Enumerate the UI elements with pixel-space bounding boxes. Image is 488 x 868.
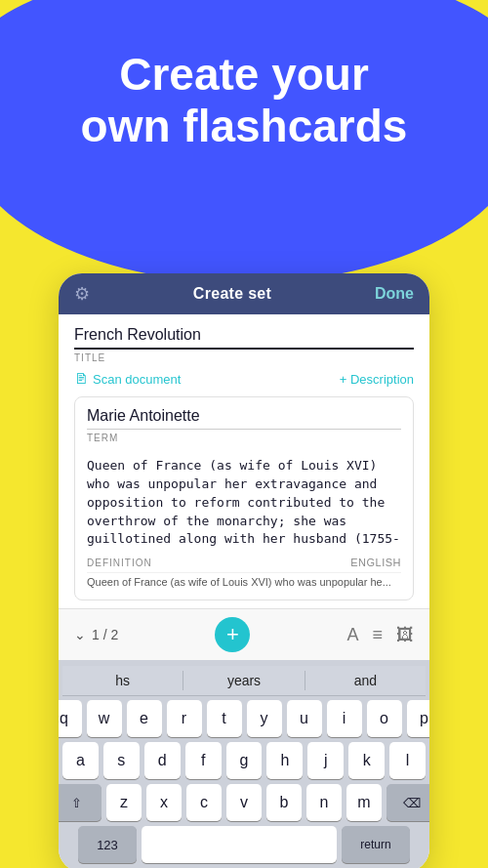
suggestion-years[interactable]: years	[183, 671, 305, 690]
suggestion-hs[interactable]: hs	[62, 671, 183, 690]
hero-text: Create your own flashcards	[0, 29, 488, 152]
suggestion-and[interactable]: and	[305, 671, 426, 690]
keyboard-row-1: q w e r t y u i o p	[62, 700, 426, 737]
word-suggestions-bar: hs years and	[62, 666, 426, 696]
title-input[interactable]	[74, 326, 414, 350]
key-z[interactable]: z	[106, 784, 142, 821]
scan-row: 🖹 Scan document + Description	[74, 371, 414, 387]
done-button[interactable]: Done	[375, 285, 414, 303]
keyboard: hs years and q w e r t y u i o p a s	[59, 660, 429, 868]
key-n[interactable]: n	[306, 784, 342, 821]
term-label: TERM	[87, 433, 401, 443]
key-q[interactable]: q	[59, 700, 82, 737]
flashcard-editor: TERM Queen of France (as wife of Louis X…	[74, 396, 414, 600]
key-a[interactable]: a	[62, 742, 99, 779]
scan-icon: 🖹	[74, 371, 88, 387]
card-counter: ⌄ 1 / 2	[74, 627, 118, 642]
key-t[interactable]: t	[207, 700, 242, 737]
key-space[interactable]	[142, 826, 337, 863]
add-card-button[interactable]: +	[215, 617, 250, 652]
key-w[interactable]: w	[87, 700, 122, 737]
key-r[interactable]: r	[167, 700, 202, 737]
key-b[interactable]: b	[266, 784, 302, 821]
main-content: TITLE 🖹 Scan document + Description TERM…	[59, 314, 429, 600]
key-numbers[interactable]: 123	[78, 826, 137, 863]
definition-input[interactable]: Queen of France (as wife of Louis XVI) w…	[87, 457, 401, 549]
create-set-title: Create set	[193, 285, 271, 303]
key-delete[interactable]: ⌫	[386, 784, 429, 821]
key-h[interactable]: h	[266, 742, 303, 779]
key-f[interactable]: f	[185, 742, 222, 779]
definition-preview: Queen of France (as wife of Louis XVI) w…	[87, 572, 401, 594]
definition-footer: DEFINITION ENGLISH	[87, 557, 401, 568]
list-format-icon[interactable]: ≡	[372, 625, 383, 645]
add-description-button[interactable]: + Description	[340, 372, 414, 387]
bottom-toolbar: ⌄ 1 / 2 + A ≡ 🖼	[59, 608, 429, 660]
definition-label: DEFINITION	[87, 558, 152, 568]
key-g[interactable]: g	[226, 742, 263, 779]
gear-icon[interactable]: ⚙	[74, 283, 90, 305]
term-input[interactable]	[87, 407, 401, 430]
key-i[interactable]: i	[327, 700, 362, 737]
key-return[interactable]: return	[342, 826, 410, 863]
key-y[interactable]: y	[247, 700, 282, 737]
title-label: TITLE	[74, 352, 414, 363]
language-label: ENGLISH	[350, 557, 401, 568]
keyboard-row-3: ⇧ z x c v b n m ⌫	[62, 784, 426, 821]
phone-screen: ⚙ Create set Done TITLE 🖹 Scan document …	[59, 273, 429, 868]
key-m[interactable]: m	[346, 784, 382, 821]
key-o[interactable]: o	[367, 700, 402, 737]
key-p[interactable]: p	[407, 700, 430, 737]
key-s[interactable]: s	[103, 742, 140, 779]
key-k[interactable]: k	[348, 742, 385, 779]
key-j[interactable]: j	[307, 742, 344, 779]
key-shift[interactable]: ⇧	[59, 784, 102, 821]
image-icon[interactable]: 🖼	[396, 625, 414, 645]
key-u[interactable]: u	[287, 700, 322, 737]
toolbar-icons: A ≡ 🖼	[346, 625, 414, 645]
text-format-icon[interactable]: A	[346, 625, 358, 645]
scan-document-button[interactable]: 🖹 Scan document	[74, 371, 181, 387]
key-e[interactable]: e	[127, 700, 162, 737]
key-d[interactable]: d	[144, 742, 181, 779]
chevron-down-icon[interactable]: ⌄	[74, 627, 86, 642]
key-l[interactable]: l	[389, 742, 426, 779]
key-v[interactable]: v	[226, 784, 262, 821]
phone-mockup: ⚙ Create set Done TITLE 🖹 Scan document …	[59, 273, 429, 848]
keyboard-row-2: a s d f g h j k l	[62, 742, 426, 779]
key-c[interactable]: c	[186, 784, 222, 821]
top-bar: ⚙ Create set Done	[59, 273, 429, 314]
key-x[interactable]: x	[146, 784, 182, 821]
keyboard-row-4: 123 return	[62, 826, 426, 863]
